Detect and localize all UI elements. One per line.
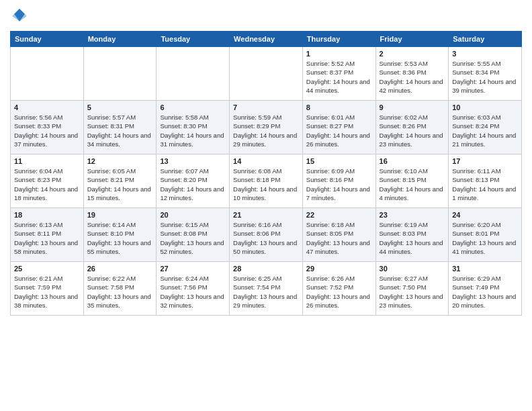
- day-cell: 23Sunrise: 6:19 AMSunset: 8:03 PMDayligh…: [375, 208, 449, 262]
- day-cell: 17Sunrise: 6:11 AMSunset: 8:13 PMDayligh…: [449, 154, 522, 208]
- day-cell: 22Sunrise: 6:18 AMSunset: 8:05 PMDayligh…: [302, 208, 375, 262]
- day-info: Sunrise: 6:25 AMSunset: 7:54 PMDaylight:…: [233, 274, 299, 310]
- weekday-header-friday: Friday: [375, 32, 449, 47]
- day-cell: 20Sunrise: 6:15 AMSunset: 8:08 PMDayligh…: [157, 208, 230, 262]
- day-info: Sunrise: 6:04 AMSunset: 8:23 PMDaylight:…: [14, 167, 80, 202]
- day-number: 9: [380, 103, 445, 111]
- weekday-header-saturday: Saturday: [449, 32, 522, 47]
- weekday-header-tuesday: Tuesday: [157, 32, 230, 47]
- day-cell: 25Sunrise: 6:21 AMSunset: 7:59 PMDayligh…: [11, 262, 84, 316]
- calendar-table: SundayMondayTuesdayWednesdayThursdayFrid…: [10, 31, 522, 316]
- day-info: Sunrise: 5:52 AMSunset: 8:37 PMDaylight:…: [306, 59, 372, 95]
- day-number: 15: [306, 157, 372, 165]
- day-number: 17: [452, 157, 518, 165]
- day-number: 29: [306, 265, 372, 273]
- day-cell: 29Sunrise: 6:26 AMSunset: 7:52 PMDayligh…: [302, 262, 375, 316]
- day-info: Sunrise: 5:56 AMSunset: 8:33 PMDaylight:…: [14, 113, 80, 148]
- weekday-header-sunday: Sunday: [11, 32, 84, 47]
- day-number: 20: [160, 211, 226, 219]
- weekday-header-monday: Monday: [83, 32, 157, 47]
- day-info: Sunrise: 6:13 AMSunset: 8:11 PMDaylight:…: [14, 220, 80, 256]
- day-info: Sunrise: 6:26 AMSunset: 7:52 PMDaylight:…: [306, 274, 372, 310]
- day-number: 6: [160, 103, 226, 111]
- day-cell: 13Sunrise: 6:07 AMSunset: 8:20 PMDayligh…: [157, 154, 230, 208]
- logo-icon: [10, 7, 29, 26]
- day-number: 28: [233, 265, 299, 273]
- day-number: 19: [87, 211, 153, 219]
- day-cell: [157, 47, 230, 101]
- day-number: 2: [380, 50, 445, 58]
- day-number: 12: [87, 157, 153, 165]
- day-number: 21: [233, 211, 299, 219]
- day-info: Sunrise: 6:11 AMSunset: 8:13 PMDaylight:…: [452, 167, 518, 202]
- weekday-header-wednesday: Wednesday: [230, 32, 303, 47]
- weekday-header-thursday: Thursday: [302, 32, 375, 47]
- day-cell: 15Sunrise: 6:09 AMSunset: 8:16 PMDayligh…: [302, 154, 375, 208]
- day-cell: 3Sunrise: 5:55 AMSunset: 8:34 PMDaylight…: [449, 47, 522, 101]
- day-info: Sunrise: 5:55 AMSunset: 8:34 PMDaylight:…: [452, 59, 518, 95]
- day-cell: 12Sunrise: 6:05 AMSunset: 8:21 PMDayligh…: [83, 154, 157, 208]
- day-info: Sunrise: 6:09 AMSunset: 8:16 PMDaylight:…: [306, 167, 372, 202]
- day-info: Sunrise: 6:02 AMSunset: 8:26 PMDaylight:…: [380, 113, 445, 148]
- day-info: Sunrise: 6:07 AMSunset: 8:20 PMDaylight:…: [160, 167, 226, 202]
- day-info: Sunrise: 6:01 AMSunset: 8:27 PMDaylight:…: [306, 113, 372, 148]
- day-number: 8: [306, 103, 372, 111]
- day-cell: 16Sunrise: 6:10 AMSunset: 8:15 PMDayligh…: [375, 154, 449, 208]
- day-info: Sunrise: 6:19 AMSunset: 8:03 PMDaylight:…: [380, 220, 445, 256]
- day-cell: 14Sunrise: 6:08 AMSunset: 8:18 PMDayligh…: [230, 154, 303, 208]
- day-info: Sunrise: 5:59 AMSunset: 8:29 PMDaylight:…: [233, 113, 299, 148]
- day-number: 23: [380, 211, 445, 219]
- day-number: 14: [233, 157, 299, 165]
- day-number: 26: [87, 265, 153, 273]
- day-number: 10: [452, 103, 518, 111]
- day-number: 5: [87, 103, 153, 111]
- day-info: Sunrise: 6:10 AMSunset: 8:15 PMDaylight:…: [380, 167, 445, 202]
- day-info: Sunrise: 6:29 AMSunset: 7:49 PMDaylight:…: [452, 274, 518, 310]
- day-cell: 24Sunrise: 6:20 AMSunset: 8:01 PMDayligh…: [449, 208, 522, 262]
- page: SundayMondayTuesdayWednesdayThursdayFrid…: [0, 0, 532, 411]
- day-number: 30: [380, 265, 445, 273]
- day-info: Sunrise: 6:14 AMSunset: 8:10 PMDaylight:…: [87, 220, 153, 256]
- day-info: Sunrise: 5:53 AMSunset: 8:36 PMDaylight:…: [380, 59, 445, 95]
- day-cell: 19Sunrise: 6:14 AMSunset: 8:10 PMDayligh…: [83, 208, 157, 262]
- day-info: Sunrise: 5:58 AMSunset: 8:30 PMDaylight:…: [160, 113, 226, 148]
- day-info: Sunrise: 6:24 AMSunset: 7:56 PMDaylight:…: [160, 274, 226, 310]
- day-info: Sunrise: 6:05 AMSunset: 8:21 PMDaylight:…: [87, 167, 153, 202]
- day-cell: 18Sunrise: 6:13 AMSunset: 8:11 PMDayligh…: [11, 208, 84, 262]
- day-cell: 9Sunrise: 6:02 AMSunset: 8:26 PMDaylight…: [375, 101, 449, 154]
- week-row-4: 18Sunrise: 6:13 AMSunset: 8:11 PMDayligh…: [11, 208, 522, 262]
- day-cell: [83, 47, 157, 101]
- day-cell: 6Sunrise: 5:58 AMSunset: 8:30 PMDaylight…: [157, 101, 230, 154]
- week-row-1: 1Sunrise: 5:52 AMSunset: 8:37 PMDaylight…: [11, 47, 522, 101]
- day-info: Sunrise: 6:08 AMSunset: 8:18 PMDaylight:…: [233, 167, 299, 202]
- day-number: 1: [306, 50, 372, 58]
- day-number: 27: [160, 265, 226, 273]
- day-cell: 21Sunrise: 6:16 AMSunset: 8:06 PMDayligh…: [230, 208, 303, 262]
- day-number: 3: [452, 50, 518, 58]
- day-info: Sunrise: 6:18 AMSunset: 8:05 PMDaylight:…: [306, 220, 372, 256]
- day-number: 31: [452, 265, 518, 273]
- day-cell: 10Sunrise: 6:03 AMSunset: 8:24 PMDayligh…: [449, 101, 522, 154]
- day-cell: [230, 47, 303, 101]
- logo: [10, 7, 32, 26]
- day-number: 16: [380, 157, 445, 165]
- day-info: Sunrise: 6:22 AMSunset: 7:58 PMDaylight:…: [87, 274, 153, 310]
- day-cell: 27Sunrise: 6:24 AMSunset: 7:56 PMDayligh…: [157, 262, 230, 316]
- day-info: Sunrise: 6:16 AMSunset: 8:06 PMDaylight:…: [233, 220, 299, 256]
- day-number: 13: [160, 157, 226, 165]
- day-number: 22: [306, 211, 372, 219]
- day-info: Sunrise: 6:15 AMSunset: 8:08 PMDaylight:…: [160, 220, 226, 256]
- day-number: 24: [452, 211, 518, 219]
- day-number: 11: [14, 157, 80, 165]
- weekday-header-row: SundayMondayTuesdayWednesdayThursdayFrid…: [11, 32, 522, 47]
- svg-marker-1: [12, 9, 27, 21]
- day-number: 25: [14, 265, 80, 273]
- week-row-2: 4Sunrise: 5:56 AMSunset: 8:33 PMDaylight…: [11, 101, 522, 154]
- day-cell: 26Sunrise: 6:22 AMSunset: 7:58 PMDayligh…: [83, 262, 157, 316]
- day-number: 4: [14, 103, 80, 111]
- day-cell: 8Sunrise: 6:01 AMSunset: 8:27 PMDaylight…: [302, 101, 375, 154]
- day-cell: 11Sunrise: 6:04 AMSunset: 8:23 PMDayligh…: [11, 154, 84, 208]
- week-row-3: 11Sunrise: 6:04 AMSunset: 8:23 PMDayligh…: [11, 154, 522, 208]
- day-cell: 4Sunrise: 5:56 AMSunset: 8:33 PMDaylight…: [11, 101, 84, 154]
- day-cell: 7Sunrise: 5:59 AMSunset: 8:29 PMDaylight…: [230, 101, 303, 154]
